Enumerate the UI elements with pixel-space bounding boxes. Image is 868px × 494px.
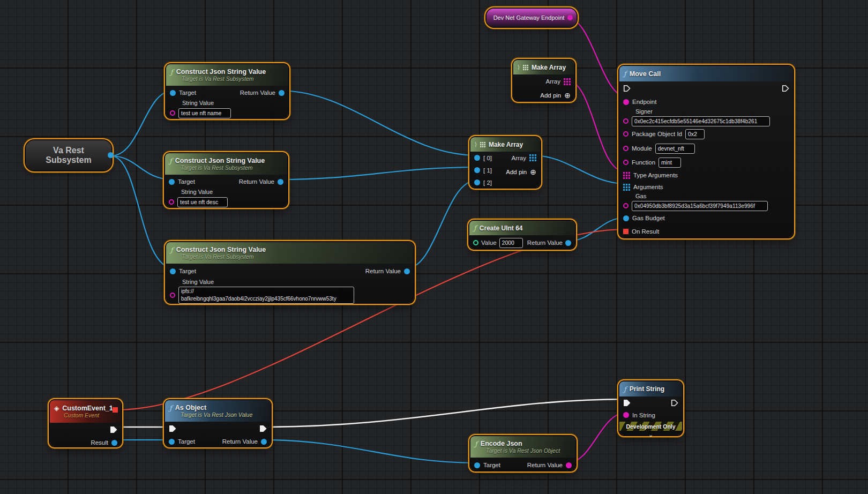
module-pin[interactable] xyxy=(623,146,628,151)
wire-construct3-to-makearray-2[interactable] xyxy=(406,180,477,268)
string-value-pin[interactable] xyxy=(170,293,175,298)
target-pin[interactable] xyxy=(170,90,176,96)
node-va-rest-subsystem[interactable]: Va Rest Subsystem xyxy=(26,140,111,170)
in-string-pin[interactable] xyxy=(623,412,629,418)
node-title: Print String xyxy=(630,385,664,393)
array-element-pin[interactable] xyxy=(474,155,480,161)
pin-label: Return Value xyxy=(365,268,401,274)
add-pin-icon[interactable]: ⊕ xyxy=(564,92,571,99)
endpoint-pin[interactable] xyxy=(623,99,629,105)
arguments-pin[interactable] xyxy=(623,184,630,191)
node-create-uint64[interactable]: ƒ Create UInt 64 Value Return Value xyxy=(469,221,575,249)
on-result-delegate-pin[interactable] xyxy=(623,229,628,234)
wire-makearraytop-to-typearguments[interactable] xyxy=(566,80,626,172)
node-move-call[interactable]: ƒ Move Call Endpoint Signer Package Obje… xyxy=(619,66,793,237)
array-output-pin[interactable] xyxy=(529,154,536,161)
package-object-id-input[interactable] xyxy=(685,129,705,139)
wire-construct2-to-makearray-1[interactable] xyxy=(278,167,477,179)
return-value-pin[interactable] xyxy=(261,439,267,445)
pin-label: Signer xyxy=(619,108,793,116)
node-custom-event-1[interactable]: ◈ CustomEvent_1 Custom Event Result xyxy=(50,400,121,446)
array-output-pin[interactable] xyxy=(564,78,571,85)
package-object-id-pin[interactable] xyxy=(623,131,628,137)
target-pin[interactable] xyxy=(170,268,176,274)
signer-input[interactable] xyxy=(632,116,770,126)
target-pin[interactable] xyxy=(474,462,480,468)
node-title: Make Array xyxy=(532,64,566,71)
blueprint-graph-canvas[interactable]: Va Rest Subsystem Dev Net Gateway Endpoi… xyxy=(0,0,868,494)
return-value-pin[interactable] xyxy=(279,90,285,96)
string-value-pin[interactable] xyxy=(170,110,175,116)
node-construct-json-string-value-2[interactable]: ƒ Construct Json String Value Target is … xyxy=(165,153,287,207)
wire-makearray-to-arguments[interactable] xyxy=(533,155,626,184)
string-value-pin[interactable] xyxy=(169,199,174,205)
node-title: CustomEvent_1 xyxy=(62,405,113,412)
output-pin[interactable] xyxy=(108,152,114,158)
node-subtitle: Target is Va Rest Json Value xyxy=(181,411,266,418)
add-pin-label: Add pin xyxy=(540,92,561,99)
wire-devnet-to-endpoint[interactable] xyxy=(567,18,627,97)
exec-in-pin[interactable] xyxy=(623,85,631,92)
node-make-array-top[interactable]: ⟩ Make Array Array Add pin ⊕ xyxy=(513,60,574,101)
wire-asobject-to-encodejson-target[interactable] xyxy=(261,440,477,463)
exec-out-pin[interactable] xyxy=(671,399,678,407)
value-pin[interactable] xyxy=(473,240,478,245)
pin-label: Return Value xyxy=(527,462,563,468)
node-title: Construct Json String Value xyxy=(175,157,265,164)
custom-event-icon: ◈ xyxy=(54,405,59,412)
value-input[interactable] xyxy=(499,238,523,248)
node-title: Make Array xyxy=(489,141,523,148)
wire-varest-to-construct1-target[interactable] xyxy=(111,91,173,156)
node-expand-button[interactable]: ⌄ xyxy=(619,431,682,438)
function-icon: ƒ xyxy=(169,405,172,411)
wire-exec-asobject-to-printstring[interactable] xyxy=(261,399,627,427)
node-print-string[interactable]: ƒ Print String In String Development Onl… xyxy=(619,381,682,435)
make-array-grid-icon xyxy=(480,142,485,147)
string-value-input[interactable] xyxy=(177,197,228,207)
array-element-pin[interactable] xyxy=(474,179,480,185)
return-value-pin[interactable] xyxy=(404,268,410,274)
result-pin[interactable] xyxy=(111,440,117,446)
string-value-input[interactable]: ipfs:// bafkreibngqhl3gaa7daob4i2vccziay… xyxy=(178,287,354,304)
return-value-pin[interactable] xyxy=(565,240,571,246)
node-subtitle: Target is Va Rest Subsystem xyxy=(182,253,409,260)
gas-budget-pin[interactable] xyxy=(623,215,629,221)
exec-out-pin[interactable] xyxy=(110,426,117,433)
node-encode-json[interactable]: ƒ Encode Json Target is Va Rest Json Obj… xyxy=(470,436,575,470)
function-pin[interactable] xyxy=(623,160,628,165)
pin-label: Return Value xyxy=(240,89,275,96)
target-pin[interactable] xyxy=(169,179,175,185)
module-input[interactable] xyxy=(655,144,695,154)
signer-pin[interactable] xyxy=(623,118,628,124)
return-value-pin[interactable] xyxy=(566,462,572,468)
pin-label: Target xyxy=(179,268,196,274)
node-title: Subsystem xyxy=(46,155,91,165)
add-pin-icon[interactable]: ⊕ xyxy=(530,168,536,176)
string-value-input[interactable] xyxy=(178,108,231,118)
gas-input[interactable] xyxy=(632,201,768,211)
node-as-object[interactable]: ƒ As Object Target is Va Rest Json Value… xyxy=(165,400,271,446)
node-subtitle: Target is Va Rest Subsystem xyxy=(182,76,284,82)
pin-label: Target xyxy=(178,178,195,185)
exec-in-pin[interactable] xyxy=(623,399,631,407)
exec-out-pin[interactable] xyxy=(782,85,789,92)
output-pin[interactable] xyxy=(567,15,573,20)
array-element-pin[interactable] xyxy=(474,167,480,173)
node-construct-json-string-value-3[interactable]: ƒ Construct Json String Value Target is … xyxy=(166,242,414,303)
node-dev-net-gateway-endpoint[interactable]: Dev Net Gateway Endpoint xyxy=(487,9,577,27)
pin-label: Target xyxy=(179,89,196,96)
return-value-pin[interactable] xyxy=(278,179,283,185)
function-icon: ƒ xyxy=(475,440,477,447)
wire-construct1-to-makearray-0[interactable] xyxy=(279,91,477,155)
exec-in-pin[interactable] xyxy=(169,425,176,432)
delegate-output-pin[interactable] xyxy=(113,407,118,413)
function-input[interactable] xyxy=(659,158,681,168)
pin-label: Target xyxy=(483,462,500,468)
type-arguments-pin[interactable] xyxy=(623,172,630,179)
make-array-icon: ⟩ xyxy=(518,64,520,70)
target-pin[interactable] xyxy=(169,439,175,445)
exec-out-pin[interactable] xyxy=(259,425,267,432)
gas-pin[interactable] xyxy=(623,203,628,208)
node-construct-json-string-value-1[interactable]: ƒ Construct Json String Value Target is … xyxy=(166,64,288,118)
node-make-array-mid[interactable]: ⟩ Make Array [ 0] [ 1] [ 2] xyxy=(470,137,540,188)
